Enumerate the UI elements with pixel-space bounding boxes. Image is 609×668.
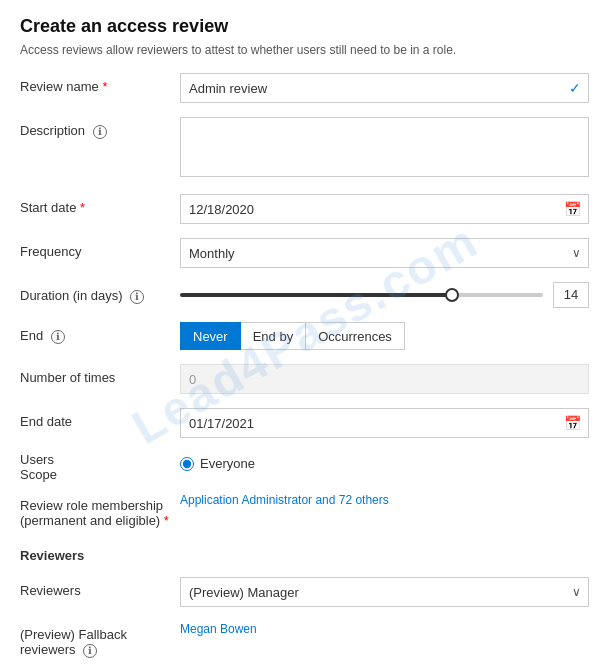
- review-role-label: Review role membership (permanent and el…: [20, 492, 180, 528]
- description-control: [180, 117, 589, 180]
- duration-label: Duration (in days) ℹ: [20, 282, 180, 304]
- review-name-input[interactable]: [180, 73, 589, 103]
- number-of-times-control: [180, 364, 589, 394]
- duration-info-icon[interactable]: ℹ: [130, 290, 144, 304]
- start-date-required: *: [80, 200, 85, 215]
- review-role-membership-row: Review role membership (permanent and el…: [20, 492, 589, 528]
- end-by-button[interactable]: End by: [241, 322, 306, 350]
- duration-slider-track[interactable]: [180, 293, 543, 297]
- fallback-info-icon[interactable]: ℹ: [83, 644, 97, 658]
- fallback-reviewers-row: (Preview) Fallback reviewers ℹ Megan Bow…: [20, 621, 589, 658]
- end-date-label: End date: [20, 408, 180, 429]
- end-buttons-group: Never End by Occurrences: [180, 322, 589, 350]
- users-scope-control: Everyone: [180, 452, 589, 471]
- description-row: Description ℹ: [20, 117, 589, 180]
- reviewers-row: Reviewers (Preview) Manager Selected use…: [20, 577, 589, 607]
- duration-row: Duration (in days) ℹ 14: [20, 282, 589, 308]
- description-info-icon[interactable]: ℹ: [93, 125, 107, 139]
- scope-label: Scope: [20, 467, 180, 482]
- number-of-times-label: Number of times: [20, 364, 180, 385]
- review-name-label: Review name *: [20, 73, 180, 94]
- frequency-label: Frequency: [20, 238, 180, 259]
- duration-control: 14: [180, 282, 589, 308]
- page-subtitle: Access reviews allow reviewers to attest…: [20, 43, 589, 57]
- number-of-times-row: Number of times: [20, 364, 589, 394]
- check-icon: ✓: [569, 80, 581, 96]
- start-date-input-wrap: 📅: [180, 194, 589, 224]
- everyone-radio[interactable]: [180, 457, 194, 471]
- calendar-icon[interactable]: 📅: [564, 201, 581, 217]
- review-role-required: *: [164, 513, 169, 528]
- end-label: End ℹ: [20, 322, 180, 344]
- required-star: *: [102, 79, 107, 94]
- end-never-button[interactable]: Never: [180, 322, 241, 350]
- everyone-label: Everyone: [200, 456, 255, 471]
- users-scope-label-col: Users Scope: [20, 452, 180, 482]
- users-label: Users: [20, 452, 180, 467]
- number-of-times-input: [180, 364, 589, 394]
- description-label: Description ℹ: [20, 117, 180, 139]
- start-date-row: Start date * 📅: [20, 194, 589, 224]
- end-control: Never End by Occurrences: [180, 322, 589, 350]
- start-date-input[interactable]: [180, 194, 589, 224]
- end-occurrences-button[interactable]: Occurrences: [306, 322, 405, 350]
- end-date-row: End date 📅: [20, 408, 589, 438]
- fallback-reviewers-label: (Preview) Fallback reviewers ℹ: [20, 621, 180, 658]
- everyone-radio-row: Everyone: [180, 452, 589, 471]
- review-role-link[interactable]: Application Administrator and 72 others: [180, 493, 389, 507]
- users-scope-row: Users Scope Everyone: [20, 452, 589, 482]
- review-name-input-wrap: ✓: [180, 73, 589, 103]
- reviewers-select-wrap: (Preview) Manager Selected user(s) Membe…: [180, 577, 589, 607]
- end-date-input[interactable]: [180, 408, 589, 438]
- page-title: Create an access review: [20, 16, 589, 37]
- fallback-reviewer-link[interactable]: Megan Bowen: [180, 622, 257, 636]
- reviewers-section-row: Reviewers: [20, 542, 589, 563]
- end-date-input-wrap: 📅: [180, 408, 589, 438]
- end-info-icon[interactable]: ℹ: [51, 330, 65, 344]
- duration-slider-thumb[interactable]: [445, 288, 459, 302]
- reviewers-select[interactable]: (Preview) Manager Selected user(s) Membe…: [180, 577, 589, 607]
- start-date-control: 📅: [180, 194, 589, 224]
- review-name-control: ✓: [180, 73, 589, 103]
- frequency-row: Frequency Weekly Monthly Quarterly Annua…: [20, 238, 589, 268]
- duration-slider-wrap: 14: [180, 282, 589, 308]
- reviewers-control: (Preview) Manager Selected user(s) Membe…: [180, 577, 589, 607]
- frequency-control: Weekly Monthly Quarterly Annually ∨: [180, 238, 589, 268]
- frequency-select-wrap: Weekly Monthly Quarterly Annually ∨: [180, 238, 589, 268]
- end-row: End ℹ Never End by Occurrences: [20, 322, 589, 350]
- end-date-control: 📅: [180, 408, 589, 438]
- reviewers-label: Reviewers: [20, 577, 180, 598]
- duration-value-box: 14: [553, 282, 589, 308]
- frequency-select[interactable]: Weekly Monthly Quarterly Annually: [180, 238, 589, 268]
- start-date-label: Start date *: [20, 194, 180, 215]
- description-textarea[interactable]: [180, 117, 589, 177]
- reviewers-section-label: Reviewers: [20, 542, 180, 563]
- fallback-reviewers-control: Megan Bowen: [180, 621, 589, 636]
- review-name-row: Review name * ✓: [20, 73, 589, 103]
- review-role-control: Application Administrator and 72 others: [180, 492, 589, 507]
- end-date-calendar-icon[interactable]: 📅: [564, 415, 581, 431]
